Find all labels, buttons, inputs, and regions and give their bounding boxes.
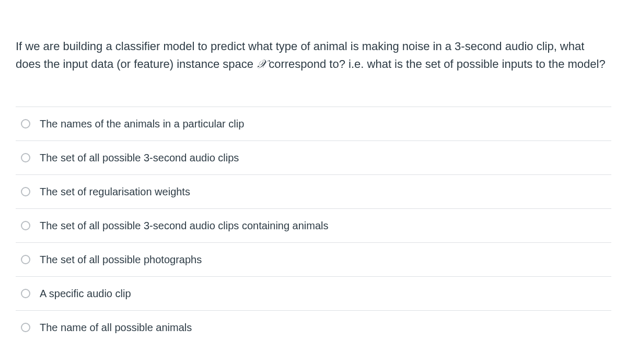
question-text: If we are building a classifier model to… — [16, 38, 611, 73]
option-row[interactable]: The set of all possible photographs — [16, 243, 611, 277]
radio-icon — [21, 221, 30, 230]
option-label: The set of all possible 3-second audio c… — [40, 150, 239, 165]
question-container: If we are building a classifier model to… — [0, 0, 627, 344]
radio-icon — [21, 255, 30, 264]
option-row[interactable]: The name of all possible animals — [16, 311, 611, 344]
radio-icon — [21, 323, 30, 332]
option-row[interactable]: A specific audio clip — [16, 277, 611, 311]
radio-icon — [21, 153, 30, 162]
question-text-after: correspond to? i.e. what is the set of p… — [265, 57, 606, 71]
options-list: The names of the animals in a particular… — [16, 107, 611, 344]
radio-icon — [21, 187, 30, 196]
option-label: A specific audio clip — [40, 286, 131, 301]
radio-icon — [21, 119, 30, 128]
option-label: The set of regularisation weights — [40, 184, 190, 199]
radio-icon — [21, 289, 30, 298]
option-label: The set of all possible photographs — [40, 252, 202, 267]
option-row[interactable]: The set of all possible 3-second audio c… — [16, 209, 611, 243]
question-variable: 𝒳 — [257, 57, 265, 71]
option-row[interactable]: The set of regularisation weights — [16, 175, 611, 209]
option-label: The names of the animals in a particular… — [40, 116, 244, 131]
option-label: The name of all possible animals — [40, 320, 192, 335]
option-label: The set of all possible 3-second audio c… — [40, 218, 329, 233]
option-row[interactable]: The set of all possible 3-second audio c… — [16, 141, 611, 175]
option-row[interactable]: The names of the animals in a particular… — [16, 107, 611, 141]
